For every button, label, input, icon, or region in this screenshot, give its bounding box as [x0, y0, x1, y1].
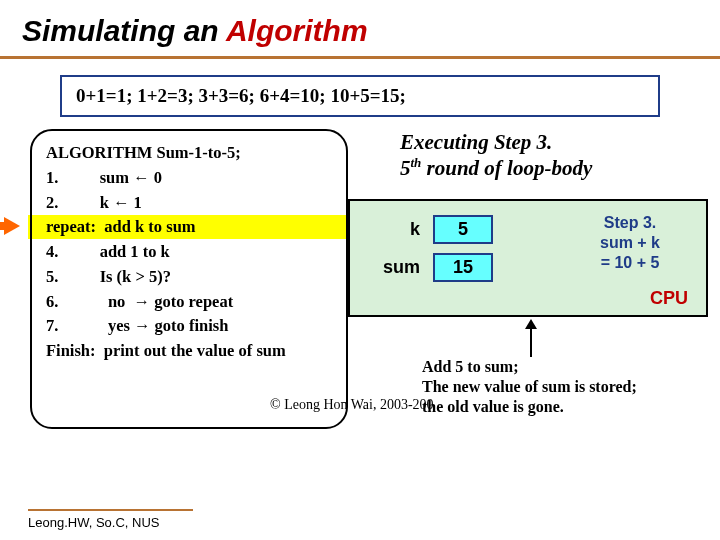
- note-l1: Add 5 to sum;: [422, 358, 518, 375]
- formula-box: 0+1=1; 1+2=3; 3+3=6; 6+4=10; 10+5=15;: [60, 75, 660, 117]
- executing-title: Executing Step 3. 5th round of loop-body: [400, 129, 592, 182]
- cpu-box: k 5 sum 15 Step 3. sum + k = 10 + 5 CPU: [348, 199, 708, 317]
- algo-line: 1. sum ← 0: [46, 166, 334, 191]
- cpu-k-row: k 5: [374, 215, 493, 244]
- cpu-label: CPU: [650, 288, 688, 309]
- algorithm-box: ALGORITHM Sum-1-to-5; 1. sum ← 0 2. k ← …: [30, 129, 348, 429]
- formula-text: 0+1=1; 1+2=3; 3+3=6; 6+4=10; 10+5=15;: [76, 85, 406, 106]
- algo-line: 5. Is (k > 5)?: [46, 265, 334, 290]
- sum-label: sum: [374, 257, 420, 278]
- exec-line1: Executing Step 3.: [400, 130, 552, 154]
- step3-l2: sum + k: [600, 234, 660, 251]
- pointer-arrow-icon: [4, 217, 20, 235]
- title-accent: Algorithm: [226, 14, 368, 47]
- up-arrow-icon: [530, 321, 532, 357]
- footer-text: Leong.HW, So.C, NUS: [28, 509, 193, 530]
- algo-line-repeat: repeat: add k to sum: [46, 215, 334, 240]
- copyright-text: © Leong Hon Wai, 2003-200: [270, 397, 434, 413]
- note-text: Add 5 to sum; The new value of sum is st…: [422, 357, 712, 417]
- algo-header: ALGORITHM Sum-1-to-5;: [46, 141, 334, 166]
- algo-line: 7. yes → goto finish: [46, 314, 334, 339]
- sum-value: 15: [433, 253, 493, 282]
- step3-l3: = 10 + 5: [601, 254, 660, 271]
- k-label: k: [374, 219, 420, 240]
- algo-line: 4. add 1 to k: [46, 240, 334, 265]
- cpu-sum-row: sum 15: [374, 253, 493, 282]
- algo-line: 6. no → goto repeat: [46, 290, 334, 315]
- exec-line2-post: round of loop-body: [421, 156, 592, 180]
- slide-title: Simulating an Algorithm: [0, 0, 720, 59]
- note-l2: The new value of sum is stored;: [422, 378, 637, 395]
- note-l3: the old value is gone.: [422, 398, 564, 415]
- exec-line2-pre: 5: [400, 156, 411, 180]
- algo-line-finish: Finish: print out the value of sum: [46, 339, 334, 364]
- exec-sup: th: [411, 155, 422, 170]
- step3-l1: Step 3.: [604, 214, 656, 231]
- step3-annotation: Step 3. sum + k = 10 + 5: [568, 213, 692, 273]
- title-pre: Simulating an: [22, 14, 226, 47]
- algo-line: 2. k ← 1: [46, 191, 334, 216]
- main-area: ALGORITHM Sum-1-to-5; 1. sum ← 0 2. k ← …: [0, 129, 720, 459]
- k-value: 5: [433, 215, 493, 244]
